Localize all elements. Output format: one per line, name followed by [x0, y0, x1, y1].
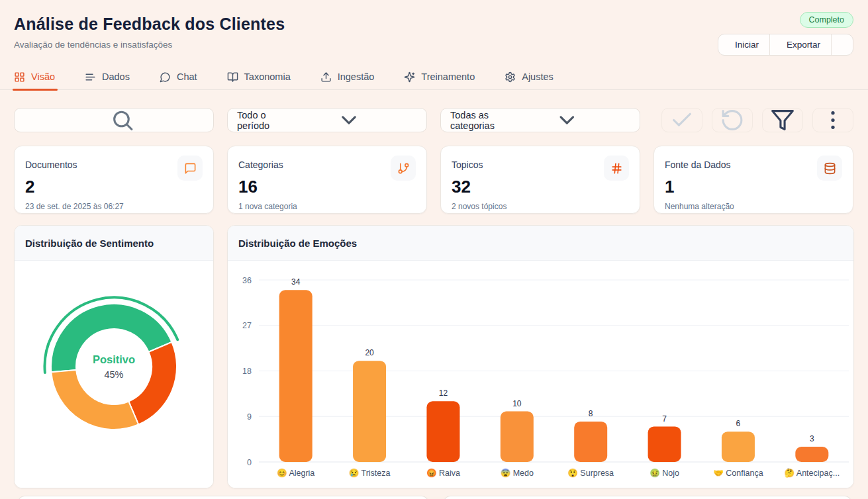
stat-card: Topicos 32 2 novos tópicos	[440, 146, 640, 214]
tab-taxonomia[interactable]: Taxonomia	[227, 66, 291, 89]
hash-icon	[610, 162, 623, 175]
filter-bar: Todo o período Todas as categorias	[0, 108, 868, 132]
branch-icon	[391, 156, 416, 181]
bar[interactable]	[501, 412, 534, 462]
emotions-chart-title: Distribuição de Emoções	[228, 226, 853, 261]
period-select[interactable]: Todo o período	[227, 108, 427, 132]
tab-ajustes[interactable]: Ajustes	[505, 66, 554, 89]
confirm-button[interactable]	[661, 108, 702, 132]
donut-segment[interactable]	[51, 370, 138, 430]
donut-center-label: Positivo	[93, 353, 135, 365]
gear-icon	[505, 71, 516, 83]
stat-note: Nenhuma alteração	[665, 202, 842, 211]
bar-category-label: 🤔 Antecipaç...	[784, 468, 840, 478]
bar-value-label: 3	[810, 434, 814, 443]
tab-label: Ajustes	[522, 71, 554, 82]
tab-visao[interactable]: Visão	[14, 66, 55, 89]
page-subtitle: Avaliação de tendências e insatisfações	[14, 40, 172, 50]
category-select-value: Todas as categorias	[450, 110, 504, 131]
branch-icon	[397, 162, 410, 175]
bar-category-label: 😡 Raiva	[426, 468, 460, 478]
bar-category-label: 🤢 Nojo	[650, 468, 679, 478]
bar-value-label: 8	[589, 409, 593, 418]
bar[interactable]	[795, 447, 828, 462]
bar-category-label: 🤝 Confiança	[713, 468, 763, 478]
tab-dados[interactable]: Dados	[85, 66, 130, 89]
tab-label: Treinamento	[421, 71, 475, 82]
svg-text:0: 0	[247, 458, 252, 467]
kebab-icon	[817, 108, 849, 132]
bar[interactable]	[648, 427, 681, 463]
svg-text:18: 18	[242, 367, 252, 376]
stat-value: 2	[25, 177, 203, 197]
donut-segment[interactable]	[128, 342, 177, 425]
bar[interactable]	[574, 422, 607, 462]
tab-chat[interactable]: Chat	[160, 66, 197, 89]
stat-value: 32	[452, 177, 629, 197]
stat-note: 2 novos tópicos	[452, 202, 629, 211]
bar[interactable]	[353, 361, 386, 462]
stat-label: Topicos	[452, 156, 483, 170]
tab-label: Taxonomia	[244, 71, 291, 82]
search-field[interactable]	[14, 108, 214, 132]
start-button-label: Iniciar	[735, 40, 759, 50]
tab-treinamento[interactable]: Treinamento	[404, 66, 475, 89]
bar-value-label: 6	[736, 419, 741, 428]
refresh-button[interactable]	[712, 108, 753, 132]
refresh-icon	[716, 108, 748, 132]
bar-value-label: 7	[662, 414, 667, 424]
emotions-chart-card: Distribuição de Emoções 0918273634😊 Aleg…	[227, 225, 854, 488]
tab-label: Dados	[102, 71, 130, 82]
stat-card: Fonte da Dados 1 Nenhuma alteração	[653, 146, 853, 214]
chevron-down-icon	[281, 108, 417, 132]
more-actions-button[interactable]	[831, 34, 853, 55]
stat-card: Categorias 16 1 nova categoria	[227, 146, 427, 214]
bar[interactable]	[279, 290, 313, 462]
page-title: Análise de Feedback dos Clientes	[14, 15, 285, 34]
funnel-icon	[767, 108, 798, 132]
filter-toolbar	[661, 108, 853, 132]
bar-value-label: 34	[291, 277, 301, 287]
sentiment-chart-card: Distribuição de Sentimento Positivo45%	[14, 225, 214, 488]
donut-center-value: 45%	[104, 369, 123, 380]
tab-ingestao[interactable]: Ingestão	[320, 66, 375, 89]
bar-category-label: 😊 Alegria	[277, 468, 314, 478]
start-button[interactable]: Iniciar	[718, 34, 769, 55]
sentiment-chart-body: Positivo45%	[15, 261, 213, 488]
tab-label: Ingestão	[338, 71, 375, 82]
svg-text:36: 36	[242, 276, 252, 285]
chevron-down-icon	[504, 108, 630, 132]
sparkles-icon	[404, 71, 415, 83]
sentiment-donut-chart[interactable]: Positivo45%	[15, 261, 213, 488]
bar-category-label: 😨 Medo	[501, 468, 534, 478]
bar-category-label: 😲 Surpresa	[567, 468, 614, 478]
chat-icon	[160, 71, 171, 83]
bar-value-label: 10	[512, 399, 522, 408]
stat-value: 1	[665, 177, 842, 197]
stat-label: Documentos	[25, 156, 77, 170]
more-button[interactable]	[812, 108, 853, 132]
svg-text:27: 27	[242, 321, 252, 330]
database-icon	[824, 162, 836, 175]
period-select-value: Todo o período	[237, 110, 281, 131]
stat-label: Fonte da Dados	[665, 156, 731, 170]
grid-icon	[14, 71, 25, 83]
emotions-bar-chart[interactable]: 0918273634😊 Alegria20😢 Tristeza12😡 Raiva…	[228, 261, 853, 488]
filter-button[interactable]	[762, 108, 803, 132]
bar-category-label: 😢 Tristeza	[349, 468, 391, 478]
bar[interactable]	[722, 431, 755, 462]
category-select[interactable]: Todas as categorias	[440, 108, 640, 132]
feedback-dashboard: Análise de Feedback dos Clientes Avaliaç…	[0, 0, 868, 499]
emotions-chart-body: 0918273634😊 Alegria20😢 Tristeza12😡 Raiva…	[228, 261, 853, 488]
export-button[interactable]: Exportar	[769, 34, 831, 55]
tab-label: Visão	[31, 71, 55, 82]
message-icon	[184, 162, 197, 175]
hash-icon	[604, 156, 629, 181]
header-actions: Iniciar Exportar	[718, 34, 853, 56]
stat-note: 1 nova categoria	[238, 202, 416, 211]
export-button-label: Exportar	[787, 40, 820, 50]
tab-label: Chat	[177, 71, 197, 82]
stat-card: Documentos 2 23 de set. de 2025 às 06:27	[14, 146, 214, 214]
stat-value: 16	[238, 177, 416, 197]
bar[interactable]	[426, 401, 459, 462]
